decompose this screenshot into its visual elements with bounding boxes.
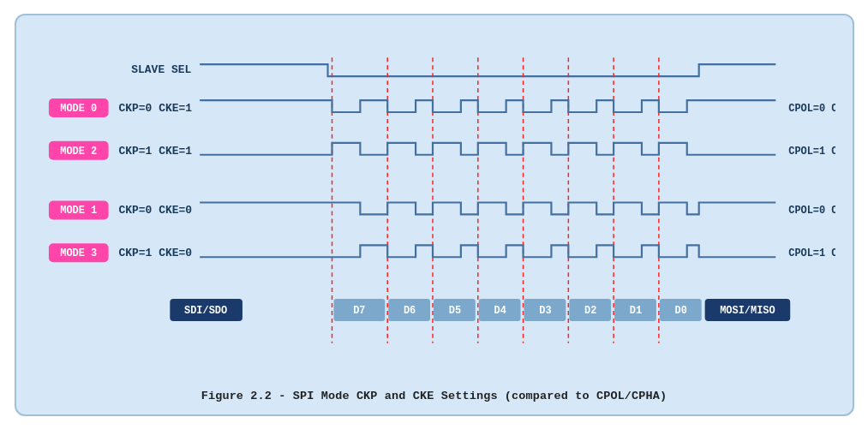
figure-caption: Figure 2.2 - SPI Mode CKP and CKE Settin… (201, 390, 667, 402)
slave-sel-label: SLAVE SEL (131, 63, 191, 76)
mode1-ckp: CKP=0 CKE=0 (118, 204, 192, 217)
sdi-sdo-label: SDI/SDO (184, 304, 227, 316)
mode3-badge: MODE 3 (60, 247, 97, 259)
bit-d4: D4 (494, 304, 506, 316)
mode1-cpol: CPOL=0 CPHA=1 (788, 205, 835, 217)
mode0-cpol: CPOL=0 CPHA=0 (788, 102, 835, 114)
mode3-ckp: CKP=1 CKE=0 (118, 247, 192, 259)
mode0-ckp: CKP=0 CKE=1 (118, 101, 192, 114)
bit-d0: D0 (674, 304, 686, 316)
bit-d5: D5 (448, 304, 460, 316)
diagram-area: .mono { font-family: 'Courier New', Cour… (33, 31, 835, 383)
bit-d6: D6 (403, 304, 415, 316)
mode2-badge: MODE 2 (60, 145, 97, 157)
bit-d7: D7 (353, 304, 365, 316)
bit-d1: D1 (629, 304, 641, 316)
mode2-ckp: CKP=1 CKE=1 (118, 144, 192, 157)
mode2-cpol: CPOL=1 CPHA=0 (788, 145, 835, 157)
bit-d2: D2 (584, 304, 596, 316)
mode0-badge: MODE 0 (60, 102, 97, 114)
mosi-miso-label: MOSI/MISO (720, 304, 775, 316)
bit-d3: D3 (539, 304, 551, 316)
mode3-cpol: CPOL=1 CPHA=1 (788, 247, 835, 259)
diagram-container: .mono { font-family: 'Courier New', Cour… (15, 14, 854, 416)
mode1-badge: MODE 1 (60, 205, 97, 217)
